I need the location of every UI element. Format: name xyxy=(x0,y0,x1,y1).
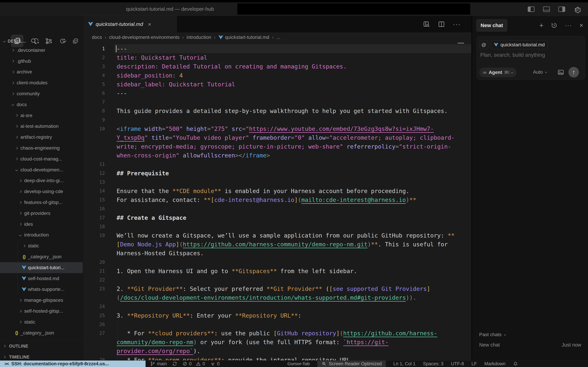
breadcrumb-item[interactable]: cloud-development-environments xyxy=(109,34,179,40)
screen-reader-indicator[interactable]: Screen Reader Optimized xyxy=(317,360,386,367)
tree-folder-cloud-cost-manag-[interactable]: cloud-cost-manag... xyxy=(0,153,83,164)
close-icon[interactable]: × xyxy=(148,21,151,27)
tree-folder-ai-test-automation[interactable]: ai-test-automation xyxy=(0,121,83,132)
tree-folder-deep-dive-into-gi-[interactable]: deep-dive-into-gi... xyxy=(0,175,83,186)
code-line-22: 22 xyxy=(83,275,472,284)
indentation-indicator[interactable]: Spaces: 3 xyxy=(423,361,443,367)
chat-tab-new-chat[interactable]: New chat xyxy=(476,19,507,32)
breadcrumb-item[interactable]: ... xyxy=(276,34,280,40)
notifications-button[interactable] xyxy=(513,361,518,366)
code-text: We’ll now create a Gitspace, we’ll use a… xyxy=(117,231,455,240)
chevron-right-icon xyxy=(11,82,14,84)
code-text: sidebar_label: Quickstart Tutorial xyxy=(117,80,235,89)
send-button[interactable]: ↑ xyxy=(568,67,579,77)
sidebar-section-outline[interactable]: OUTLINE xyxy=(0,341,83,351)
more-actions-button[interactable]: ··· xyxy=(453,21,461,28)
tab-quickstart-tutorial[interactable]: quickstart-tutorial.md × xyxy=(83,16,177,32)
cursor-tab-indicator[interactable]: Cursor Tab xyxy=(287,361,310,367)
toggle-left-sidebar-button[interactable] xyxy=(527,5,535,13)
markdown-icon xyxy=(21,276,27,281)
language-mode-indicator[interactable]: Markdown xyxy=(484,361,506,367)
code-text: 2. **Git Provider**: Select your preferr… xyxy=(117,284,430,293)
tree-folder-docs[interactable]: docs xyxy=(0,99,83,110)
code-line-5: 5sidebar_label: Quickstart Tutorial xyxy=(83,80,472,89)
tree-folder-introduction[interactable]: introduction xyxy=(0,230,83,241)
context-file-chip[interactable]: quickstart-tutorial.md xyxy=(491,40,548,49)
agent-mode-select[interactable]: ∞ Agent ⌘I xyxy=(479,68,516,77)
tree-file-quickstart-tutori-[interactable]: quickstart-tutori... xyxy=(0,262,83,273)
chevron-right-icon xyxy=(19,179,22,182)
explorer-section-header[interactable]: DEVEL... xyxy=(0,36,83,46)
code-text: <iframe width="500" height="275" src="ht… xyxy=(117,124,434,133)
tree-folder-static[interactable]: static xyxy=(0,240,83,251)
add-context-button[interactable]: @ xyxy=(480,40,488,49)
split-editor-button[interactable] xyxy=(438,21,445,28)
ports-indicator[interactable]: 0 xyxy=(210,361,220,367)
chevron-down-icon xyxy=(545,71,547,73)
branch-name: main xyxy=(157,361,167,367)
tree-file-self-hosted-md[interactable]: self-hosted.md xyxy=(0,273,83,284)
model-select[interactable]: Auto xyxy=(533,69,547,75)
breadcrumb-item[interactable]: introduction xyxy=(186,34,211,40)
tree-folder-static[interactable]: static xyxy=(0,317,83,327)
tree-file--category-json[interactable]: {}_category_.json xyxy=(0,251,83,262)
toggle-panel-button[interactable] xyxy=(542,5,551,13)
chevron-down-icon xyxy=(504,334,506,335)
chat-close-button[interactable]: × xyxy=(580,22,583,29)
chat-history-item[interactable]: New chat Just now xyxy=(479,342,581,348)
tree-folder-self-hosted-gitsp-[interactable]: self-hosted-gitsp... xyxy=(0,306,83,317)
code-editor[interactable]: 1---2title: Quickstart Tutorial3descript… xyxy=(83,44,472,363)
tree-folder-develop-using-cde[interactable]: develop-using-cde xyxy=(0,186,83,197)
chat-history-button[interactable] xyxy=(551,22,557,29)
tree-item-label: features-of-gitsp... xyxy=(24,200,63,205)
line-number: 6 xyxy=(83,89,105,98)
tree-folder-cloud-developmen-[interactable]: cloud-developmen... xyxy=(0,164,83,175)
breadcrumb-item[interactable]: docs xyxy=(92,34,102,40)
code-line-wrap: [Demo Node.js App](https://github.com/ha… xyxy=(83,240,472,249)
collapse-all-icon[interactable] xyxy=(72,38,79,44)
toggle-right-sidebar-button[interactable] xyxy=(558,5,566,13)
eol-indicator[interactable]: LF xyxy=(471,361,477,367)
tree-file-whats-supporte-[interactable]: whats-supporte... xyxy=(0,284,83,295)
new-folder-icon[interactable] xyxy=(46,38,53,44)
line-number: 7 xyxy=(83,98,105,107)
chat-more-button[interactable]: ··· xyxy=(565,22,572,28)
branch-indicator[interactable]: main xyxy=(150,361,167,367)
attach-image-button[interactable] xyxy=(557,69,564,76)
tree-file--category-json[interactable]: {}_category_.json xyxy=(0,327,83,338)
tree-folder-git-providers[interactable]: git-providers xyxy=(0,208,83,219)
tree-folder-chaos-engineering[interactable]: chaos-engineering xyxy=(0,143,83,153)
tree-folder-ai-sre[interactable]: ai-sre xyxy=(0,110,83,121)
problems-indicator[interactable]: 0 0 xyxy=(182,361,205,367)
tree-item-label: self-hosted-gitsp... xyxy=(24,309,63,314)
cursor-position-indicator[interactable]: Ln 1, Col 1 xyxy=(393,361,416,367)
chevron-right-icon xyxy=(15,125,18,128)
code-line-16: 16 xyxy=(83,204,472,213)
chat-input-card[interactable]: @ quickstart-tutorial.md Plan, search, b… xyxy=(477,36,585,80)
settings-gear-button[interactable] xyxy=(573,5,581,13)
past-chats-toggle[interactable]: Past chats xyxy=(479,332,506,337)
breadcrumb-item[interactable]: quickstart-tutorial.md xyxy=(225,34,269,40)
breadcrumb: docs›cloud-development-environments›intr… xyxy=(83,32,472,42)
new-file-icon[interactable] xyxy=(33,38,40,44)
tree-folder--devcontainer[interactable]: .devcontainer xyxy=(0,45,83,56)
encoding-indicator[interactable]: UTF-8 xyxy=(451,361,464,367)
refresh-icon[interactable] xyxy=(59,38,66,44)
tree-folder--github[interactable]: .github xyxy=(0,56,83,67)
new-chat-button[interactable]: + xyxy=(539,22,543,29)
code-line-2: 2title: Quickstart Tutorial xyxy=(83,53,472,62)
tree-folder-ides[interactable]: ides xyxy=(0,219,83,230)
tree-folder-client-modules[interactable]: client-modules xyxy=(0,77,83,88)
code-text: title: Quickstart Tutorial xyxy=(117,53,207,62)
remote-indicator[interactable]: >< SSH: documentation-repo-e5ifp9-8rzze4… xyxy=(0,360,145,367)
tree-folder-community[interactable]: community xyxy=(0,88,83,99)
line-number: 14 xyxy=(83,187,105,195)
tree-folder-archive[interactable]: archive xyxy=(0,67,83,77)
tree-folder-manage-gitspaces[interactable]: manage-gitspaces xyxy=(0,295,83,306)
sync-button[interactable] xyxy=(172,361,177,366)
code-text: community/demo-repo-nm) or your fork (us… xyxy=(117,338,388,347)
open-preview-button[interactable] xyxy=(423,21,430,28)
tree-folder-features-of-gitsp-[interactable]: features-of-gitsp... xyxy=(0,197,83,208)
tree-folder-artifact-registry[interactable]: artifact-registry xyxy=(0,132,83,143)
chat-history-item-time: Just now xyxy=(562,342,581,348)
